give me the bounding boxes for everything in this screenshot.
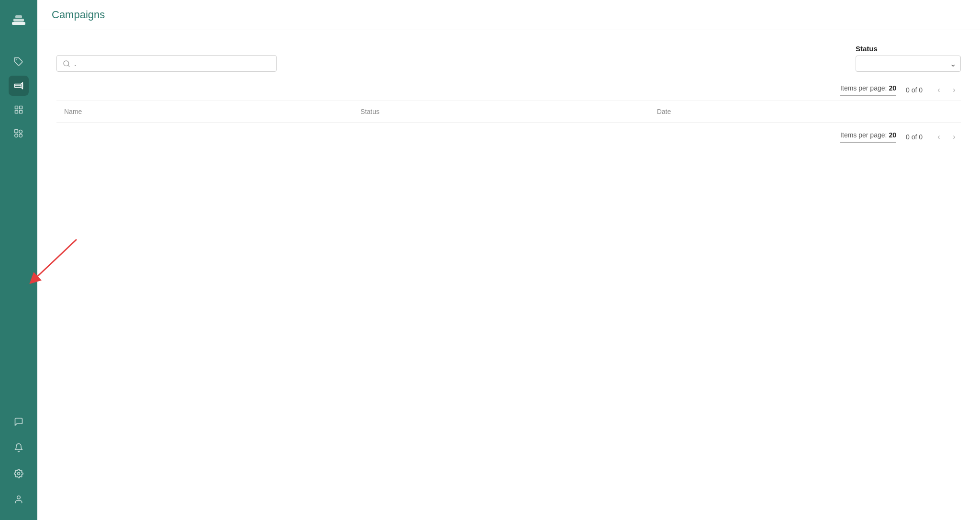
status-filter: Status Active Inactive Draft ⌄	[856, 45, 961, 72]
sidebar-item-megaphone[interactable]	[9, 76, 29, 96]
sidebar-item-tag[interactable]	[9, 52, 29, 72]
sidebar-item-user[interactable]	[9, 489, 29, 509]
table-header-date: Date	[657, 108, 953, 115]
items-per-page-value-bottom: 20	[889, 131, 896, 139]
svg-rect-7	[20, 111, 22, 113]
sidebar-item-grid[interactable]	[9, 100, 29, 120]
svg-rect-4	[15, 106, 18, 109]
next-page-button-top[interactable]: ›	[947, 83, 961, 97]
pagination-row-top: Items per page: 20 0 of 0 ‹ ›	[56, 83, 961, 97]
sidebar-item-settings[interactable]	[9, 463, 29, 484]
svg-rect-2	[15, 15, 22, 18]
main-content: Campaigns Status Active Inactive Dr	[37, 0, 980, 520]
search-input[interactable]	[74, 59, 270, 68]
page-title: Campaigns	[52, 9, 966, 21]
svg-rect-9	[15, 130, 18, 133]
page-count-bottom: 0 of 0	[906, 133, 923, 141]
status-filter-label: Status	[856, 45, 961, 53]
items-per-page-value-top: 20	[889, 84, 896, 92]
next-page-button-bottom[interactable]: ›	[947, 130, 961, 144]
sidebar-item-chat[interactable]	[9, 412, 29, 432]
status-select-wrapper: Active Inactive Draft ⌄	[856, 56, 961, 72]
sidebar	[0, 0, 37, 520]
content-area: Status Active Inactive Draft ⌄ Items per…	[37, 30, 980, 520]
svg-rect-6	[15, 111, 18, 113]
table-header: Name Status Date	[56, 101, 961, 123]
nav-buttons-top: ‹ ›	[932, 83, 961, 97]
pagination-row-bottom: Items per page: 20 0 of 0 ‹ ›	[56, 130, 961, 144]
svg-point-13	[17, 496, 21, 499]
svg-rect-0	[12, 22, 25, 25]
items-per-page-label-bottom: Items per page:	[840, 131, 887, 139]
sidebar-bottom	[9, 410, 29, 511]
table-header-name: Name	[64, 108, 360, 115]
search-icon	[63, 60, 70, 68]
top-bar: Campaigns	[37, 0, 980, 30]
svg-point-11	[19, 130, 22, 134]
table-container: Name Status Date	[56, 101, 961, 123]
search-container	[56, 55, 277, 72]
svg-point-8	[19, 134, 22, 137]
items-per-page-label-top: Items per page:	[840, 84, 887, 92]
sidebar-item-shapes[interactable]	[9, 124, 29, 144]
table-header-status: Status	[360, 108, 657, 115]
items-per-page-bottom: Items per page: 20	[840, 131, 896, 143]
items-per-page-top: Items per page: 20	[840, 84, 896, 96]
svg-point-12	[18, 473, 20, 475]
status-select[interactable]: Active Inactive Draft	[856, 56, 961, 72]
sidebar-item-bell[interactable]	[9, 438, 29, 458]
svg-rect-1	[13, 19, 24, 22]
page-count-top: 0 of 0	[906, 86, 923, 94]
svg-point-10	[15, 134, 18, 137]
nav-buttons-bottom: ‹ ›	[932, 130, 961, 144]
svg-rect-5	[20, 106, 22, 109]
svg-line-15	[68, 65, 69, 67]
prev-page-button-bottom[interactable]: ‹	[932, 130, 946, 144]
sidebar-logo	[6, 9, 31, 35]
prev-page-button-top[interactable]: ‹	[932, 83, 946, 97]
filter-row: Status Active Inactive Draft ⌄	[56, 45, 961, 72]
